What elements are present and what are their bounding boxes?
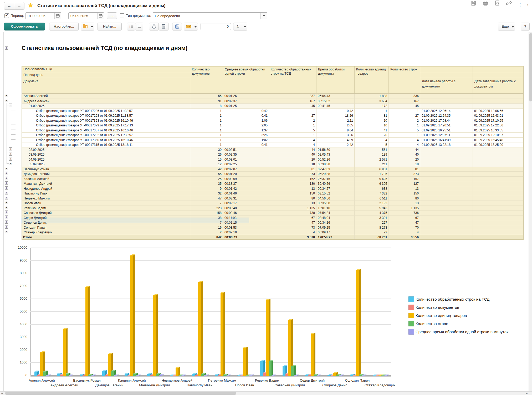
collapse-groups-button[interactable]	[127, 23, 135, 30]
header-units[interactable]: Количество единиц товаров	[354, 66, 388, 93]
table-row[interactable]: Малинкин Дмитрий3500:38:3713030:40:566 3…	[22, 181, 523, 186]
chart-bar[interactable]	[60, 375, 63, 376]
doctype-combobox[interactable]: Не определено	[153, 12, 267, 19]
expander-icon[interactable]: +	[5, 167, 8, 170]
chart-bar[interactable]	[198, 282, 201, 376]
chart-bar[interactable]	[114, 376, 117, 376]
forward-button[interactable]: →	[14, 2, 24, 10]
chart-bar[interactable]	[34, 372, 37, 376]
table-row[interactable]: Отбор (размещение) товаров УТ-00017292 о…	[22, 132, 523, 137]
header-document[interactable]: Документ	[22, 78, 190, 93]
chart-bar[interactable]	[63, 329, 66, 376]
find-button[interactable]: Найти...	[98, 23, 122, 30]
period-from-input[interactable]: 01.09.2025	[25, 12, 61, 19]
chart-bar[interactable]	[105, 375, 108, 376]
expander-icon[interactable]: +	[5, 211, 8, 214]
table-row[interactable]: Итого84200:03:433 570128:54:2768 7013 55…	[22, 235, 523, 240]
chart-bar[interactable]	[237, 376, 240, 376]
table-row[interactable]: Отбор (размещение) товаров УТ-00017315 о…	[22, 142, 523, 147]
chart-bar[interactable]	[381, 376, 384, 376]
table-row[interactable]: Стажёр Кладовщик200:02:19400:09:17224	[22, 230, 523, 235]
chart-bar[interactable]	[215, 375, 218, 376]
expander-icon[interactable]: +	[5, 216, 8, 219]
header-rows-tsd[interactable]: Количество обработанных строк на ТСД	[269, 66, 316, 93]
table-row[interactable]: 04.09.20251500:03:012000:52:262 57120	[22, 157, 523, 162]
chart-bar[interactable]	[288, 320, 291, 376]
table-row[interactable]: 02.09.20253000:02:514401:56:3056144	[22, 147, 523, 152]
expander-icon[interactable]: +	[5, 201, 8, 204]
table-row[interactable]: Васильчук Роман4200:02:078102:47:036 961…	[22, 167, 523, 172]
table-row[interactable]: Попов Иван700:02:171300:35:582 19213	[22, 201, 523, 206]
chart-bar[interactable]	[195, 375, 198, 376]
chart-bar[interactable]	[359, 375, 362, 376]
table-row[interactable]: Отбор (размещение) товаров УТ-00017379 о…	[22, 123, 523, 128]
chart-bar[interactable]	[376, 376, 378, 376]
chart-bar[interactable]	[136, 376, 139, 376]
chart-bar[interactable]	[43, 372, 46, 376]
period-from-value[interactable]: 01.09.2025	[28, 14, 45, 18]
chart-bar[interactable]	[111, 371, 114, 376]
settings-button[interactable]: Настройки...	[49, 23, 79, 30]
expander-icon[interactable]: +	[5, 230, 8, 233]
header-doc-count[interactable]: Количество документов	[190, 66, 223, 93]
header-period[interactable]: Период день	[22, 72, 190, 78]
expand-groups-button[interactable]	[135, 23, 143, 30]
table-row[interactable]: Калинин Алексей2500:09:5916226:37:169 42…	[22, 176, 523, 181]
table-row[interactable]: Петренко Максим4700:03:318004:56:566 511…	[22, 196, 523, 201]
chart-bar[interactable]	[83, 375, 85, 376]
dropdown-arrow-icon[interactable]	[260, 13, 267, 19]
chart-bar[interactable]	[272, 376, 274, 376]
expander-icon[interactable]: +	[5, 172, 8, 175]
table-row[interactable]: Демидов Евгений5500:01:2037306:29:381 70…	[22, 171, 523, 176]
favorite-star-icon[interactable]: ★	[28, 2, 33, 9]
chart-bar[interactable]	[330, 376, 333, 376]
autosum-field[interactable]: 0	[201, 23, 231, 30]
period-checkbox[interactable]: ✔	[4, 13, 9, 18]
chart-bar[interactable]	[156, 374, 159, 376]
chart-bar[interactable]	[221, 293, 223, 376]
chart-bar[interactable]	[266, 300, 269, 376]
period-to-input[interactable]: 05.09.2025	[68, 12, 104, 19]
chart-bar[interactable]	[269, 361, 272, 376]
chart-bar[interactable]	[37, 375, 40, 376]
doctype-value[interactable]: Не определено	[155, 14, 180, 18]
chart-bar[interactable]	[260, 361, 263, 376]
chart-bar[interactable]	[308, 375, 311, 376]
chart-bar[interactable]	[108, 354, 111, 376]
chart-bar[interactable]	[153, 295, 156, 376]
scroll-left-icon[interactable]: ◀	[0, 392, 4, 395]
chart-bar[interactable]	[291, 366, 294, 376]
chart-bar[interactable]	[88, 375, 91, 376]
chart-bar[interactable]	[150, 375, 153, 376]
chart-bar[interactable]	[85, 287, 88, 376]
table-row[interactable]: Аленин Алексей5500:01:2633706:04:431 838…	[22, 94, 523, 99]
link-icon[interactable]	[506, 0, 512, 6]
chart-bar[interactable]	[373, 376, 376, 376]
table-row[interactable]: 05.09.20251200:02:251800:38:3821118	[22, 162, 523, 167]
calendar-icon[interactable]	[54, 13, 61, 19]
table-row[interactable]: Невидимов Андрей900:01:421300:34:2763813	[22, 186, 523, 191]
expander-icon[interactable]: +	[9, 157, 12, 161]
chart-bar[interactable]	[339, 376, 342, 376]
kebab-menu-icon[interactable]: ⋮	[517, 2, 523, 8]
header-lines[interactable]: Количество строк	[388, 66, 420, 93]
expander-icon[interactable]: +	[5, 220, 8, 224]
chart-bar[interactable]	[240, 376, 243, 376]
chart-bar[interactable]	[226, 376, 229, 376]
scroll-right-icon[interactable]: ▶	[525, 392, 529, 395]
chart-bar[interactable]	[192, 374, 195, 376]
table-row[interactable]: Отбор (размещение) товаров УТ-00017293 о…	[22, 113, 523, 118]
expander-icon[interactable]: +	[5, 225, 8, 229]
chart-bar[interactable]	[294, 376, 297, 376]
chart-bar[interactable]	[333, 373, 336, 376]
expander-icon[interactable]: +	[5, 181, 8, 185]
expander-icon[interactable]: +	[5, 191, 8, 194]
header-end-column[interactable]: Дата завершения работы с документом	[473, 66, 524, 93]
header-start-column[interactable]: Дата начала работы с документом	[420, 66, 473, 93]
save-icon[interactable]	[470, 0, 477, 6]
expander-icon[interactable]: +	[9, 147, 12, 151]
chart-bar[interactable]	[243, 348, 246, 376]
horizontal-scrollbar-thumb[interactable]	[5, 392, 236, 395]
table-row[interactable]: Андреев Алексей9100:02:3716706:15:023 65…	[22, 99, 523, 104]
expander-icon[interactable]: +	[9, 162, 12, 165]
